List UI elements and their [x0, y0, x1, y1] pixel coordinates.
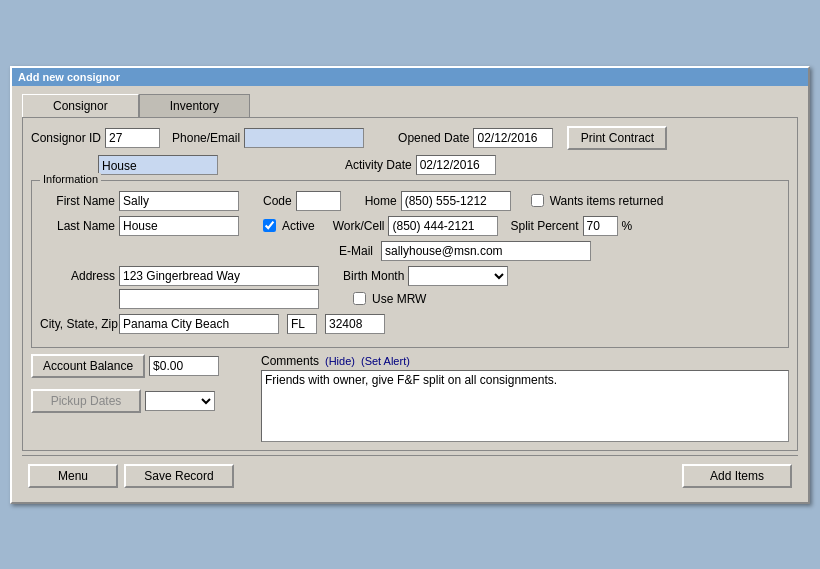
header-row2: House Activity Date: [31, 155, 789, 175]
comments-set-alert-link[interactable]: (Set Alert): [361, 355, 410, 367]
title-bar: Add new consignor: [12, 68, 808, 86]
address-input2[interactable]: [119, 289, 319, 309]
info-row3: E-Mail: [40, 241, 780, 261]
work-cell-input[interactable]: [388, 216, 498, 236]
state-input[interactable]: [287, 314, 317, 334]
add-items-button[interactable]: Add Items: [682, 464, 792, 488]
code-label: Code: [263, 194, 292, 208]
account-balance-row: Account Balance: [31, 354, 251, 378]
pickup-dates-select[interactable]: [145, 391, 215, 411]
house-field: House: [98, 155, 218, 175]
balance-input[interactable]: [149, 356, 219, 376]
active-label: Active: [282, 219, 315, 233]
split-percent-label: Split Percent: [510, 219, 578, 233]
birth-month-label: Birth Month: [343, 269, 404, 283]
consignor-id-input[interactable]: [105, 128, 160, 148]
use-mrw-checkbox[interactable]: [353, 292, 366, 305]
active-checkbox[interactable]: [263, 219, 276, 232]
first-name-label: First Name: [40, 194, 115, 208]
info-row2: Last Name Active Work/Cell Split Percent…: [40, 216, 780, 236]
email-label: E-Mail: [336, 244, 373, 258]
zip-input[interactable]: [325, 314, 385, 334]
activity-date-label: Activity Date: [345, 158, 412, 172]
pickup-dates-row: Pickup Dates: [31, 389, 251, 413]
comments-textarea[interactable]: Friends with owner, give F&F split on al…: [261, 370, 789, 442]
address-input1[interactable]: [119, 266, 319, 286]
use-mrw-label: Use MRW: [372, 292, 426, 306]
wants-returned-label: Wants items returned: [550, 194, 664, 208]
main-window: Add new consignor Consignor Inventory Co…: [10, 66, 810, 504]
info-row1: First Name Code Home Wants items returne…: [40, 191, 780, 211]
home-input[interactable]: [401, 191, 511, 211]
email-input[interactable]: [381, 241, 591, 261]
work-cell-label: Work/Cell: [333, 219, 385, 233]
last-name-input[interactable]: [119, 216, 239, 236]
opened-date-label: Opened Date: [398, 131, 469, 145]
pickup-dates-button[interactable]: Pickup Dates: [31, 389, 141, 413]
city-input[interactable]: [119, 314, 279, 334]
menu-button[interactable]: Menu: [28, 464, 118, 488]
comments-area: Comments (Hide) (Set Alert) Friends with…: [261, 354, 789, 442]
percent-sign: %: [622, 219, 633, 233]
birth-month-select[interactable]: [408, 266, 508, 286]
bottom-left-buttons: Menu Save Record: [28, 464, 234, 488]
information-section: Information First Name Code Home Wants i…: [31, 180, 789, 348]
phone-email-label: Phone/Email: [172, 131, 240, 145]
wants-returned-checkbox[interactable]: [531, 194, 544, 207]
activity-date-input[interactable]: [416, 155, 496, 175]
home-label: Home: [365, 194, 397, 208]
last-name-label: Last Name: [40, 219, 115, 233]
window-title: Add new consignor: [18, 71, 120, 83]
print-contract-button[interactable]: Print Contract: [567, 126, 667, 150]
city-state-zip-row: City, State, Zip: [40, 314, 780, 334]
address-birth-row: Address Birth Month: [40, 266, 780, 309]
city-state-zip-label: City, State, Zip: [40, 317, 115, 331]
tab-inventory[interactable]: Inventory: [139, 94, 250, 117]
consignor-panel: Consignor ID Phone/Email Opened Date Pri…: [22, 117, 798, 451]
account-balance-button[interactable]: Account Balance: [31, 354, 145, 378]
account-area: Account Balance Pickup Dates: [31, 354, 251, 418]
header-row1: Consignor ID Phone/Email Opened Date Pri…: [31, 126, 789, 150]
comments-label: Comments: [261, 354, 319, 368]
bottom-bar: Menu Save Record Add Items: [22, 455, 798, 494]
save-record-button[interactable]: Save Record: [124, 464, 234, 488]
consignor-id-label: Consignor ID: [31, 131, 101, 145]
split-percent-input[interactable]: [583, 216, 618, 236]
phone-email-input[interactable]: [244, 128, 364, 148]
content-area: Consignor Inventory Consignor ID Phone/E…: [12, 86, 808, 502]
tab-consignor[interactable]: Consignor: [22, 94, 139, 117]
code-input[interactable]: [296, 191, 341, 211]
address-label: Address: [40, 269, 115, 283]
first-name-input[interactable]: [119, 191, 239, 211]
information-section-title: Information: [40, 173, 101, 185]
opened-date-input[interactable]: [473, 128, 553, 148]
comments-header: Comments (Hide) (Set Alert): [261, 354, 789, 368]
bottom-area: Account Balance Pickup Dates Comments: [31, 354, 789, 442]
tab-bar: Consignor Inventory: [22, 94, 798, 117]
comments-hide-link[interactable]: (Hide): [325, 355, 355, 367]
